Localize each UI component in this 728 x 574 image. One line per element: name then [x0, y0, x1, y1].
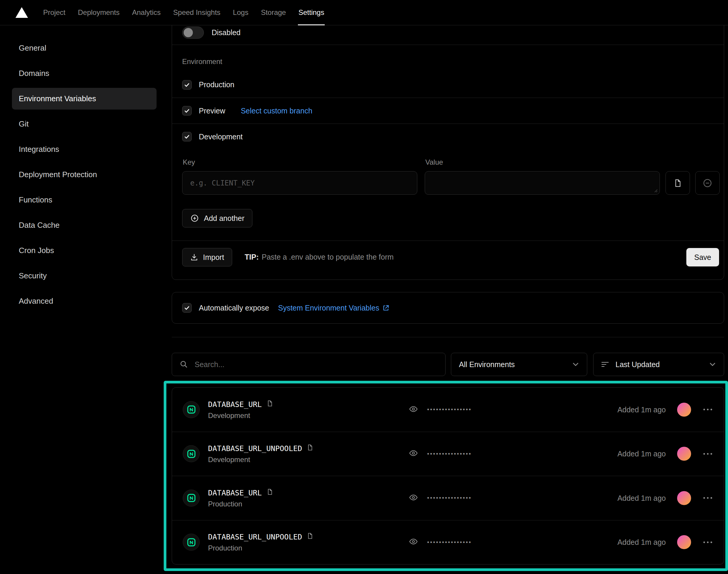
top-nav: ProjectDeploymentsAnalyticsSpeed Insight…: [0, 0, 728, 25]
sensitive-toggle[interactable]: [182, 27, 204, 39]
sort-label: Last Updated: [615, 360, 660, 369]
nav-tabs: ProjectDeploymentsAnalyticsSpeed Insight…: [37, 0, 330, 25]
sidebar-item-deployment-protection[interactable]: Deployment Protection: [0, 162, 162, 187]
search-input[interactable]: [172, 353, 445, 376]
nav-tab-deployments[interactable]: Deployments: [72, 0, 126, 25]
key-input[interactable]: [182, 171, 417, 195]
row-actions-menu[interactable]: [702, 452, 713, 455]
note-icon[interactable]: [306, 444, 314, 453]
nav-tab-speed-insights[interactable]: Speed Insights: [167, 0, 227, 25]
checkbox-preview[interactable]: [182, 106, 192, 116]
sidebar-item-general[interactable]: General: [0, 35, 162, 61]
environment-option-preview: PreviewSelect custom branch: [172, 98, 724, 124]
environment-option-label: Production: [199, 80, 234, 89]
sidebar-item-security[interactable]: Security: [0, 263, 162, 288]
env-var-list: DATABASE_URLDevelopment•••••••••••••••Ad…: [172, 387, 724, 565]
env-var-name: DATABASE_URL: [208, 400, 262, 408]
expose-system-env-card: Automatically expose System Environment …: [172, 292, 724, 324]
nav-tab-logs[interactable]: Logs: [227, 0, 255, 25]
value-field-wrap: [425, 171, 660, 195]
settings-sidebar: GeneralDomainsEnvironment VariablesGitIn…: [0, 25, 162, 314]
import-label: Import: [203, 253, 224, 262]
note-icon[interactable]: [266, 400, 273, 409]
checkbox-expose-system-env[interactable]: [182, 303, 192, 313]
sensitive-toggle-label: Disabled: [212, 28, 241, 37]
sidebar-item-advanced[interactable]: Advanced: [0, 288, 162, 314]
environment-filter-dropdown[interactable]: All Environments: [451, 353, 587, 376]
import-icon: [190, 253, 198, 261]
environment-filter-label: All Environments: [459, 360, 515, 369]
sidebar-item-environment-variables[interactable]: Environment Variables: [0, 86, 162, 111]
sidebar-item-functions[interactable]: Functions: [0, 187, 162, 213]
added-timestamp: Added 1m ago: [617, 494, 666, 502]
chevron-down-icon: [572, 361, 579, 368]
nav-tab-analytics[interactable]: Analytics: [126, 0, 167, 25]
search-box: [172, 353, 445, 376]
divider: [172, 45, 724, 45]
checkbox-production[interactable]: [182, 80, 192, 90]
sidebar-item-domains[interactable]: Domains: [0, 61, 162, 86]
remove-row-button[interactable]: [695, 171, 720, 195]
toggle-knob: [184, 28, 193, 37]
neon-integration-icon: [183, 401, 200, 418]
vercel-logo-icon[interactable]: [15, 7, 28, 18]
environment-section-label: Environment: [182, 57, 222, 66]
value-field-label: Value: [425, 158, 443, 166]
reveal-value-icon[interactable]: [409, 537, 418, 547]
creator-avatar: [677, 403, 691, 416]
reveal-value-icon[interactable]: [409, 493, 418, 503]
filter-row: All Environments Last Updated: [172, 353, 724, 376]
reveal-value-icon[interactable]: [409, 404, 418, 415]
checkbox-development[interactable]: [182, 132, 192, 141]
note-icon[interactable]: [306, 532, 314, 541]
sidebar-item-integrations[interactable]: Integrations: [0, 137, 162, 162]
note-icon[interactable]: [266, 488, 273, 497]
add-another-label: Add another: [204, 214, 244, 223]
sort-lines-icon: [601, 361, 609, 368]
save-button[interactable]: Save: [686, 248, 719, 266]
env-var-row: DATABASE_URLDevelopment•••••••••••••••Ad…: [172, 387, 724, 432]
import-button[interactable]: Import: [182, 248, 232, 266]
env-var-environment: Development: [208, 411, 273, 419]
sidebar-item-data-cache[interactable]: Data Cache: [0, 213, 162, 238]
env-var-environment: Production: [208, 544, 314, 552]
sidebar-item-git[interactable]: Git: [0, 111, 162, 137]
row-actions-menu[interactable]: [702, 497, 713, 500]
reveal-value-icon[interactable]: [409, 448, 418, 459]
environment-checkbox-group: ProductionPreviewSelect custom branchDev…: [172, 72, 724, 150]
hidden-value-dots: •••••••••••••••: [427, 539, 472, 546]
nav-tab-settings[interactable]: Settings: [292, 0, 331, 25]
sort-dropdown[interactable]: Last Updated: [593, 353, 724, 376]
add-another-button[interactable]: Add another: [182, 209, 252, 228]
select-custom-branch-link[interactable]: Select custom branch: [241, 107, 312, 115]
row-actions-menu[interactable]: [702, 541, 713, 544]
neon-integration-icon: [183, 445, 200, 462]
chevron-down-icon: [709, 361, 716, 368]
tip-body: Paste a .env above to populate the form: [262, 253, 393, 261]
value-input[interactable]: [425, 171, 660, 195]
env-var-row: DATABASE_URL_UNPOOLEDDevelopment••••••••…: [172, 432, 724, 476]
environment-option-label: Development: [199, 132, 243, 141]
added-timestamp: Added 1m ago: [617, 538, 666, 546]
hidden-value-dots: •••••••••••••••: [427, 494, 472, 501]
divider: [172, 337, 724, 337]
creator-avatar: [677, 447, 691, 461]
environment-option-label: Preview: [199, 107, 225, 115]
system-env-vars-link-label: System Environment Variables: [278, 304, 379, 312]
tip-bold: TIP:: [245, 253, 259, 261]
nav-tab-project[interactable]: Project: [37, 0, 72, 25]
nav-tab-storage[interactable]: Storage: [255, 0, 292, 25]
sidebar-item-cron-jobs[interactable]: Cron Jobs: [0, 238, 162, 263]
resize-grip-icon[interactable]: [653, 188, 658, 193]
tip-text: TIP:Paste a .env above to populate the f…: [245, 253, 394, 261]
added-timestamp: Added 1m ago: [617, 450, 666, 458]
neon-integration-icon: [183, 489, 200, 506]
env-var-name: DATABASE_URL: [208, 488, 262, 497]
env-var-row: DATABASE_URLProduction•••••••••••••••Add…: [172, 476, 724, 520]
paste-env-button[interactable]: [666, 171, 690, 195]
expose-label: Automatically expose: [199, 304, 269, 312]
row-actions-menu[interactable]: [702, 408, 713, 411]
divider: [172, 241, 724, 241]
environment-option-production: Production: [172, 72, 724, 98]
system-env-vars-link[interactable]: System Environment Variables: [278, 304, 390, 312]
